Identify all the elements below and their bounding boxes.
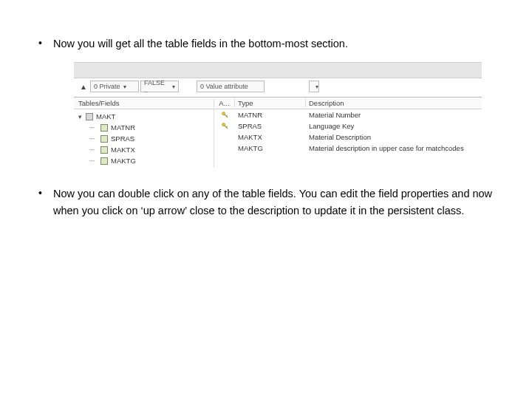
table-row[interactable]: MAKTG Material description in upper case… xyxy=(214,143,482,154)
attrkind-dropdown[interactable]: 0 Value attribute xyxy=(197,81,265,92)
filter-row: ▲ 0 Private ▾ FALSE .. ▾ 0 Value attribu… xyxy=(74,78,482,98)
tree-connector-icon: ···· xyxy=(86,123,98,132)
bullet-dot: • xyxy=(38,35,53,52)
tree-node[interactable]: ···· MAKTX xyxy=(74,144,214,155)
tree-node[interactable]: ···· SPRAS xyxy=(74,133,214,144)
table-row[interactable]: MATNR Material Number xyxy=(214,109,482,120)
field-icon xyxy=(100,157,108,165)
tree-connector-icon: ···· xyxy=(86,146,98,154)
tree-connector-icon: ···· xyxy=(86,134,98,143)
toolbar-strip xyxy=(74,62,482,78)
tree-node[interactable]: ···· MAKTG xyxy=(74,155,214,166)
bullet-text-2: Now you can double click on any of the t… xyxy=(53,185,497,219)
tree-root[interactable]: ▾ MAKT xyxy=(74,111,214,122)
tree-root-label: MAKT xyxy=(96,112,115,120)
tree-node[interactable]: ···· MATNR xyxy=(74,122,214,133)
bullet-dot: • xyxy=(38,185,53,219)
visibility-dropdown[interactable]: 0 Private ▾ xyxy=(90,81,139,92)
tree-node-label: MAKTG xyxy=(111,157,136,165)
key-icon xyxy=(214,122,235,130)
tree-connector-icon: ···· xyxy=(86,157,98,165)
tree-node-label: MAKTX xyxy=(111,146,135,154)
row-type: SPRAS xyxy=(235,122,306,130)
bullet-item: • Now you can double click on any of the… xyxy=(38,185,497,219)
row-desc: Material Number xyxy=(306,111,482,119)
col-description: Description xyxy=(306,99,482,107)
tree-panel: ▾ MAKT ···· MATNR ···· SPRAS ···· MAKTX … xyxy=(74,109,214,168)
fields-grid: MATNR Material Number SPRAS Language Key… xyxy=(214,109,482,168)
bullet-text-1: Now you will get all the table fields in… xyxy=(53,35,348,52)
col-type: Type xyxy=(235,99,306,107)
col-tables-fields: Tables/Fields xyxy=(74,99,214,107)
chevron-down-icon: ▾ xyxy=(316,83,318,90)
row-desc: Material Description xyxy=(306,133,482,141)
screenshot-panel: ▲ 0 Private ▾ FALSE .. ▾ 0 Value attribu… xyxy=(74,62,482,168)
collapse-up-icon[interactable]: ▲ xyxy=(78,81,89,92)
bullet-item: • Now you will get all the table fields … xyxy=(38,35,497,52)
table-icon xyxy=(86,113,93,120)
key-icon xyxy=(214,111,235,119)
col-assigned: A... xyxy=(214,99,235,107)
row-type: MAKTX xyxy=(235,133,306,141)
field-icon xyxy=(100,135,108,143)
extra-dropdown[interactable]: ▾ xyxy=(309,81,319,92)
readonly-value: FALSE .. xyxy=(144,79,169,94)
row-type: MATNR xyxy=(235,111,306,119)
collapse-icon[interactable]: ▾ xyxy=(77,113,83,120)
row-type: MAKTG xyxy=(235,144,306,152)
table-row[interactable]: SPRAS Language Key xyxy=(214,120,482,132)
field-icon xyxy=(100,146,108,154)
field-icon xyxy=(100,124,108,132)
tree-node-label: SPRAS xyxy=(111,134,134,143)
chevron-down-icon: ▾ xyxy=(123,83,126,90)
readonly-dropdown[interactable]: FALSE .. ▾ xyxy=(140,81,179,92)
tree-node-label: MATNR xyxy=(111,123,135,132)
visibility-value: 0 Private xyxy=(94,83,120,90)
row-desc: Material description in upper case for m… xyxy=(306,144,482,152)
column-headers: Tables/Fields A... Type Description xyxy=(74,98,482,109)
row-desc: Language Key xyxy=(306,122,482,130)
chevron-down-icon: ▾ xyxy=(172,83,175,90)
attrkind-value: 0 Value attribute xyxy=(200,83,248,90)
table-row[interactable]: MAKTX Material Description xyxy=(214,132,482,143)
